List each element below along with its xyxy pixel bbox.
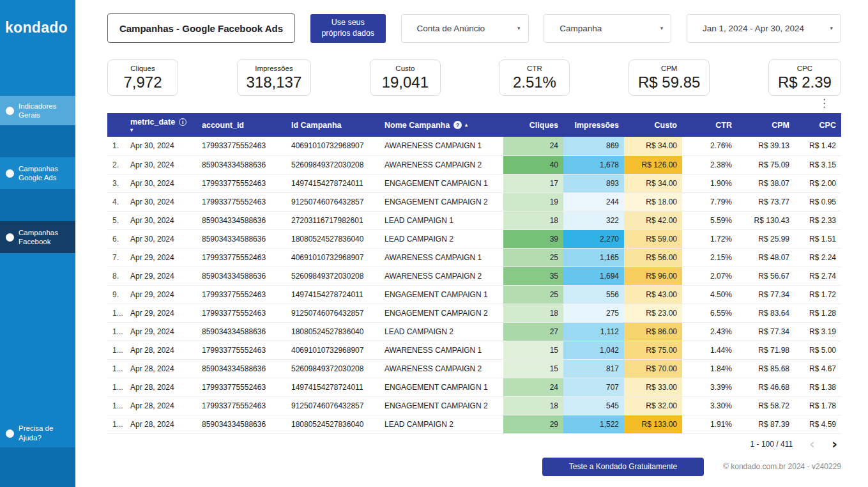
kpi-value: 19,041 [382,73,429,91]
table-row[interactable]: 5.Apr 30, 202485903433458863627203116717… [107,211,841,229]
cell-campaign-name: LEAD CAMPAIGN 2 [379,322,503,341]
filter-campanha[interactable]: Campanha ▾ [544,14,671,43]
table-row[interactable]: 1...Apr 29, 2024859034334588636180805245… [107,322,841,341]
cell-account-id: 859034334588636 [197,211,286,229]
cell-account-id: 859034334588636 [197,229,286,248]
sidebar-item-campanhas-facebook[interactable]: Campanhas Facebook [0,221,75,253]
cell-cost: R$ 32.00 [624,396,682,415]
sidebar-bottom-band [0,447,75,487]
kpi-label: CTR [527,65,542,72]
row-number: 1... [107,396,125,415]
help-icon[interactable]: ? [453,121,462,129]
cell-cpm: R$ 71.98 [737,341,795,359]
table-row[interactable]: 2.Apr 30, 202485903433458863652609849372… [107,155,841,174]
info-icon[interactable]: i [179,118,187,126]
cell-metric-date: Apr 30, 2024 [125,155,197,174]
filter-conta-de-anuncio[interactable]: Conta de Anúncio ▾ [401,14,529,43]
cell-impressions: 244 [563,192,624,211]
table-row[interactable]: 4.Apr 30, 202417993377555246391250746076… [107,192,841,211]
cell-cost: R$ 56.00 [624,248,682,267]
row-number: 4. [107,192,125,211]
cell-cpc: R$ 0.95 [795,192,841,211]
col-nome-campanha[interactable]: Nome Campanha ? ▴ [379,113,503,137]
kondado-logo: kondado [0,0,75,96]
row-number: 1... [107,415,125,433]
col-cpc[interactable]: CPC [795,113,841,137]
cell-cpm: R$ 48.07 [737,248,795,267]
col-label: Cliques [529,121,558,130]
col-account-id[interactable]: account_id [197,113,286,137]
col-id-campanha[interactable]: Id Campanha [286,113,379,137]
kpi-custo: Custo 19,041 [370,59,441,96]
kpi-cpm: CPM R$ 59.85 [628,59,710,96]
kpi-value: R$ 2.39 [778,73,832,91]
cell-clicks: 19 [503,192,563,211]
cell-ctr: 2.38% [682,155,737,174]
cell-cpm: R$ 77.34 [737,285,795,304]
copyright-text: © kondado.com.br 2024 - v240229 [723,462,841,471]
cell-account-id: 179933775552463 [197,304,286,322]
col-impressoes[interactable]: Impressões [563,113,624,137]
cell-campaign-id: 14974154278724011 [286,174,379,192]
cell-campaign-name: AWARENESS CAMPAIGN 2 [379,267,503,285]
col-ctr[interactable]: CTR [682,113,737,137]
cell-cpm: R$ 77.34 [737,322,795,341]
more-options-icon[interactable]: ⋮ [819,97,830,110]
table-row[interactable]: 3.Apr 30, 202417993377555246314974154278… [107,174,841,192]
table-row[interactable]: 7.Apr 29, 202417993377555246340691010732… [107,248,841,267]
table-row[interactable]: 1...Apr 28, 2024179933775552463406910107… [107,341,841,359]
table-toolbar: ⋮ [107,97,841,110]
col-cliques[interactable]: Cliques [503,113,563,137]
cell-cpc: R$ 3.19 [795,322,841,341]
table-row[interactable]: 8.Apr 29, 202485903433458863652609849372… [107,267,841,285]
cell-ctr: 1.91% [682,415,737,433]
campaigns-table: metric_date i ▾ account_id Id Campanha [107,113,841,434]
sidebar-item-indicadores-gerais[interactable]: Indicadores Gerais [0,96,75,125]
cell-cpm: R$ 87.39 [737,415,795,433]
col-label: account_id [202,121,244,130]
col-label: Nome Campanha [385,121,450,130]
cell-cpm: R$ 130.43 [737,211,795,229]
col-custo[interactable]: Custo [624,113,682,137]
previous-page-icon[interactable]: ‹ [809,438,815,450]
kpi-cpc: CPC R$ 2.39 [768,59,841,96]
kpi-ctr: CTR 2.51% [499,59,570,96]
bullet-icon [6,233,14,242]
main-content: Campanhas - Google Facebook Ads Use seus… [75,0,868,487]
table-row[interactable]: 6.Apr 30, 202485903433458863618080524527… [107,229,841,248]
footer: Teste a Kondado Gratuitamente © kondado.… [107,458,841,476]
next-page-icon[interactable]: › [832,438,837,450]
table-row[interactable]: 1...Apr 28, 2024179933775552463149741542… [107,378,841,396]
kpi-label: Custo [395,65,415,72]
cell-cpc: R$ 2.33 [795,211,841,229]
kpi-label: Impressões [255,65,293,72]
cell-cpm: R$ 75.09 [737,155,795,174]
cell-metric-date: Apr 30, 2024 [125,192,197,211]
filter-label: Jan 1, 2024 - Apr 30, 2024 [703,24,804,33]
table-row[interactable]: 1.Apr 30, 202417993377555246340691010732… [107,137,841,155]
cell-clicks: 29 [503,415,563,433]
sidebar-item-help[interactable]: Precisa de Ajuda? [0,419,75,447]
table-row[interactable]: 1...Apr 28, 2024179933775552463912507460… [107,396,841,415]
sidebar-item-campanhas-google-ads[interactable]: Campanhas Google Ads [0,157,75,189]
cell-cpm: R$ 73.77 [737,192,795,211]
cell-account-id: 179933775552463 [197,137,286,155]
cell-campaign-name: LEAD CAMPAIGN 2 [379,415,503,433]
use-own-data-button[interactable]: Use seus próprios dados [310,14,386,43]
cell-clicks: 24 [503,378,563,396]
table-row[interactable]: 1...Apr 28, 2024859034334588636180805245… [107,415,841,433]
col-cpm[interactable]: CPM [737,113,795,137]
cell-cpc: R$ 2.24 [795,248,841,267]
cell-account-id: 179933775552463 [197,248,286,267]
cell-ctr: 5.59% [682,211,737,229]
table-row[interactable]: 1...Apr 29, 2024179933775552463912507460… [107,304,841,322]
table-row[interactable]: 1...Apr 28, 2024859034334588636526098493… [107,359,841,378]
try-kondado-button[interactable]: Teste a Kondado Gratuitamente [542,458,704,476]
cell-ctr: 6.55% [682,304,737,322]
col-label: Custo [655,121,677,130]
table-row[interactable]: 9.Apr 29, 202417993377555246314974154278… [107,285,841,304]
cell-campaign-name: LEAD CAMPAIGN 1 [379,211,503,229]
filter-date-range[interactable]: Jan 1, 2024 - Apr 30, 2024 ▾ [687,14,841,43]
cell-cpc: R$ 4.59 [795,415,841,433]
col-metric-date[interactable]: metric_date i ▾ [125,113,197,137]
